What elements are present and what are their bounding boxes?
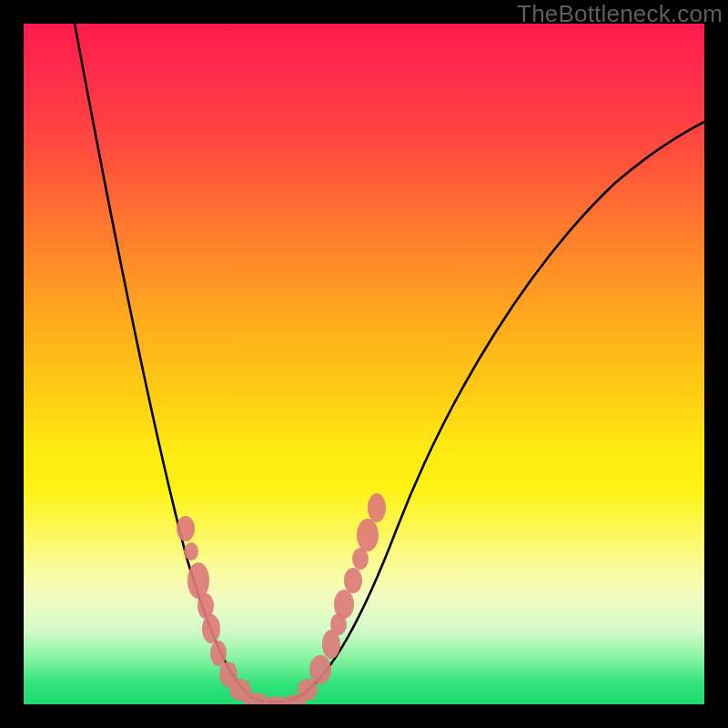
chart-frame <box>24 24 704 704</box>
curve-marker <box>334 590 354 619</box>
curve-marker <box>202 614 220 643</box>
curve-markers-bottom <box>243 693 306 704</box>
curve-marker <box>368 493 386 522</box>
curve-marker <box>184 542 198 561</box>
curve-marker <box>357 519 379 551</box>
curve-markers-right <box>298 493 386 701</box>
curve-marker <box>309 655 331 684</box>
bottleneck-curve-path <box>75 24 704 703</box>
curve-marker <box>344 568 362 593</box>
curve-marker <box>210 641 227 666</box>
curve-markers-left <box>177 516 251 701</box>
curve-marker <box>187 562 209 599</box>
curve-marker <box>177 516 195 541</box>
bottleneck-chart <box>24 24 704 704</box>
